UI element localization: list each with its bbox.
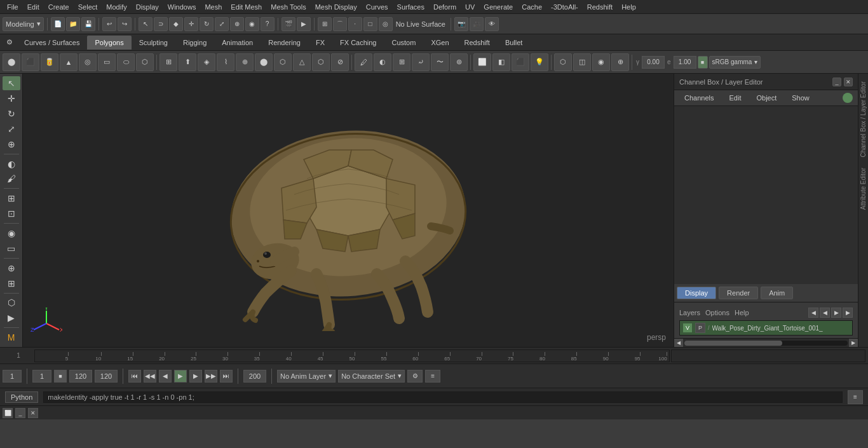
soft-mod-tool[interactable]: ◐ xyxy=(3,157,20,171)
snap-curve-btn[interactable]: ⌒ xyxy=(333,17,347,31)
menu-3dtool[interactable]: -3DtoAll- xyxy=(546,2,583,12)
isolate-btn[interactable]: ◉ xyxy=(592,53,610,71)
scale-tool-btn[interactable]: ⤢ xyxy=(215,17,229,31)
panel-min-btn[interactable]: _ xyxy=(832,78,841,86)
snap-surface-btn[interactable]: □ xyxy=(363,17,377,31)
menu-generate[interactable]: Generate xyxy=(479,2,517,12)
undo-btn[interactable]: ↩ xyxy=(102,17,116,31)
menu-deform[interactable]: Deform xyxy=(429,2,461,12)
menu-help[interactable]: Help xyxy=(617,2,641,12)
menu-windows[interactable]: Windows xyxy=(163,2,201,12)
nonlinear-btn[interactable]: 〜 xyxy=(431,53,449,71)
workspace-dropdown[interactable]: Modeling ▾ xyxy=(3,17,44,31)
torus-btn[interactable]: ◎ xyxy=(79,53,97,71)
tab-fx[interactable]: FX xyxy=(308,36,332,50)
channel-box-tab[interactable]: Channel Box / Layer Editor xyxy=(860,76,867,163)
scroll-right-btn[interactable]: ▶ xyxy=(849,339,858,348)
snap-btn[interactable]: ? xyxy=(261,17,275,31)
bool-btn[interactable]: ⊕ xyxy=(236,53,254,71)
play-btn[interactable]: ▶ xyxy=(174,370,187,383)
menu-redshift[interactable]: Redshift xyxy=(583,2,617,12)
render-tab[interactable]: Render xyxy=(719,287,758,299)
object-btn[interactable]: Object xyxy=(751,93,782,103)
scroll-left-btn[interactable]: ◀ xyxy=(674,339,683,348)
tab-rendering[interactable]: Rendering xyxy=(261,36,308,50)
menu-cache[interactable]: Cache xyxy=(517,2,546,12)
scale-tool[interactable]: ⤢ xyxy=(3,122,20,136)
history-btn[interactable]: ⬡ xyxy=(3,295,20,309)
tab-custom[interactable]: Custom xyxy=(384,36,424,50)
tab-rigging[interactable]: Rigging xyxy=(175,36,214,50)
tab-xgen[interactable]: XGen xyxy=(423,36,456,50)
sculpt-btn[interactable]: ◐ xyxy=(374,53,391,71)
camera-btn[interactable]: 📷 xyxy=(454,17,468,31)
sphere-btn[interactable]: ⬤ xyxy=(3,53,20,71)
anim-layer-dropdown[interactable]: No Anim Layer ▾ xyxy=(277,370,336,383)
show-btn[interactable]: 👁 xyxy=(485,17,499,31)
paint-vtx-btn[interactable]: 🖊 xyxy=(355,53,372,71)
layer-nav2-btn[interactable]: ▶ xyxy=(831,308,841,318)
menu-select[interactable]: Select xyxy=(74,2,102,12)
attribute-editor-tab[interactable]: Attribute Editor xyxy=(860,163,867,215)
layer-nav3-btn[interactable]: ▶ xyxy=(843,308,853,318)
remesh-btn[interactable]: ⬡ xyxy=(274,53,292,71)
region-tool[interactable]: ▭ xyxy=(3,241,20,255)
soft-select-btn[interactable]: ◉ xyxy=(245,17,259,31)
camera-tool[interactable]: ◉ xyxy=(3,226,20,240)
select-tool-btn[interactable]: ↖ xyxy=(139,17,153,31)
universal-tool-btn[interactable]: ⊕ xyxy=(230,17,244,31)
next-frame-btn[interactable]: ▶ xyxy=(189,370,202,383)
window3-btn[interactable]: ✕ xyxy=(28,408,38,418)
menu-modify[interactable]: Modify xyxy=(102,2,131,12)
move-tool-btn[interactable]: ✛ xyxy=(184,17,198,31)
pivot-btn[interactable]: ⊕ xyxy=(611,53,629,71)
anim-tab[interactable]: Anim xyxy=(761,287,793,299)
textured-btn[interactable]: ⬛ xyxy=(512,53,529,71)
bevel-btn[interactable]: ◈ xyxy=(198,53,215,71)
python-indicator[interactable]: Python xyxy=(5,391,38,403)
new-scene-btn[interactable]: 📄 xyxy=(51,17,65,31)
command-line[interactable]: makeIdentity -apply true -t 1 -r 1 -s 1 … xyxy=(43,391,843,403)
layer-row[interactable]: V P / Walk_Pose_Dirty_Giant_Tortoise_001… xyxy=(680,321,852,335)
rotate-tool-btn[interactable]: ↻ xyxy=(200,17,214,31)
go-end-btn[interactable]: ⏭ xyxy=(220,370,233,383)
show-manip-btn[interactable]: ⊞ xyxy=(3,191,20,205)
exposure-input[interactable] xyxy=(674,56,696,69)
ipr-btn[interactable]: ▶ xyxy=(297,17,311,31)
tab-bullet[interactable]: Bullet xyxy=(498,36,531,50)
bridge-btn[interactable]: ⌇ xyxy=(217,53,234,71)
frame-all-btn[interactable]: ⬡ xyxy=(554,53,572,71)
snap-btn[interactable]: ⊡ xyxy=(3,207,20,221)
layer-add-btn[interactable]: ◀ xyxy=(808,308,818,318)
select-tool[interactable]: ↖ xyxy=(3,76,20,90)
snap-point-btn[interactable]: · xyxy=(348,17,362,31)
scroll-track[interactable] xyxy=(684,341,848,346)
options-tab[interactable]: Options xyxy=(705,309,729,316)
show-btn[interactable]: Show xyxy=(787,93,815,103)
menu-edit[interactable]: Edit xyxy=(23,2,44,12)
combine-btn[interactable]: ⊞ xyxy=(159,53,177,71)
go-start-btn[interactable]: ⏮ xyxy=(128,370,141,383)
anim-settings-btn[interactable]: ≡ xyxy=(425,370,440,383)
channels-btn[interactable]: Channels xyxy=(679,93,719,103)
viewport[interactable]: persp X Y Z xyxy=(23,74,674,347)
current-frame-input[interactable] xyxy=(3,370,22,383)
edit-btn[interactable]: Edit xyxy=(724,93,746,103)
universal-tool[interactable]: ⊕ xyxy=(3,137,20,151)
color-space-dropdown[interactable]: sRGB gamma ▾ xyxy=(709,56,761,69)
panel-close-btn[interactable]: ✕ xyxy=(844,78,853,86)
tab-sculpting[interactable]: Sculpting xyxy=(132,36,175,50)
menu-edit-mesh[interactable]: Edit Mesh xyxy=(226,2,266,12)
lattice-btn[interactable]: ⊞ xyxy=(393,53,410,71)
layer-visibility-btn[interactable]: V xyxy=(682,323,693,333)
tab-settings-icon[interactable]: ⚙ xyxy=(3,36,17,50)
menu-file[interactable]: File xyxy=(3,2,23,12)
cube-btn[interactable]: ⬛ xyxy=(22,53,39,71)
color-mgmt-btn[interactable]: ■ xyxy=(698,56,708,69)
menu-uv[interactable]: UV xyxy=(461,2,479,12)
frame-display[interactable] xyxy=(95,370,118,383)
menu-mesh[interactable]: Mesh xyxy=(200,2,226,12)
lasso-tool-btn[interactable]: ⊃ xyxy=(154,17,168,31)
tab-animation[interactable]: Animation xyxy=(214,36,261,50)
platonic-btn[interactable]: ⬡ xyxy=(136,53,154,71)
